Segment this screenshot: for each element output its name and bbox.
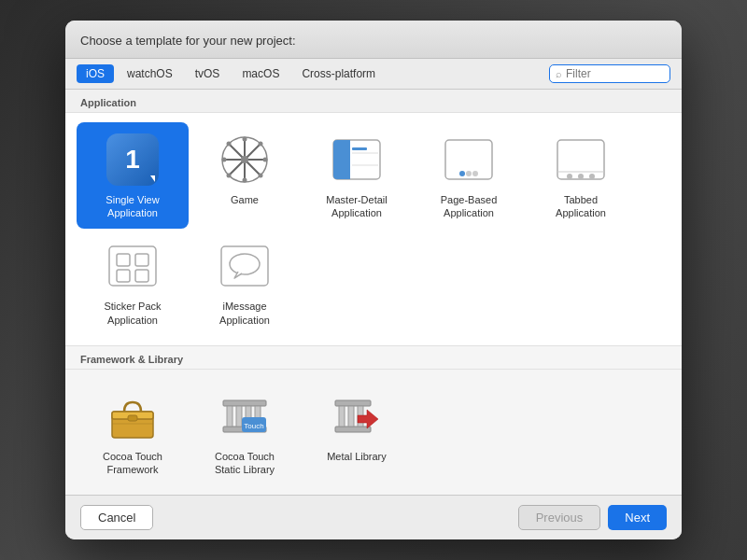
svg-point-21: [459, 171, 465, 176]
filter-box: ⌕: [549, 64, 670, 83]
framework-section-label: Framework & Library: [65, 346, 682, 370]
svg-point-10: [227, 141, 232, 146]
sticker-pack-label: Sticker PackApplication: [104, 300, 161, 327]
cancel-button[interactable]: Cancel: [80, 505, 153, 530]
svg-rect-42: [227, 406, 233, 427]
master-detail-label: Master-DetailApplication: [326, 193, 387, 220]
svg-point-9: [263, 157, 268, 161]
metal-library-icon: [329, 388, 385, 444]
svg-rect-49: [335, 400, 371, 406]
tabbed-icon: [553, 132, 609, 188]
previous-button[interactable]: Previous: [518, 505, 601, 530]
template-cocoa-touch-framework[interactable]: Cocoa TouchFramework: [77, 379, 189, 486]
game-label: Game: [231, 193, 259, 206]
svg-point-11: [259, 173, 263, 177]
cocoa-touch-static-icon: Touch: [217, 388, 273, 444]
single-view-icon: 1: [105, 132, 161, 188]
svg-rect-48: [335, 427, 371, 432]
imessage-icon: [217, 238, 273, 294]
tab-tvos[interactable]: tvOS: [186, 64, 230, 83]
template-master-detail[interactable]: Master-DetailApplication: [301, 122, 413, 230]
svg-point-7: [243, 177, 247, 182]
svg-text:Touch: Touch: [244, 422, 263, 430]
template-metal-library[interactable]: Metal Library: [301, 379, 413, 486]
svg-point-23: [472, 171, 478, 176]
template-chooser-dialog: Choose a template for your new project: …: [65, 21, 682, 540]
cocoa-touch-framework-icon: [105, 388, 161, 444]
game-icon: [217, 132, 273, 188]
platform-tab-bar: iOS watchOS tvOS macOS Cross-platform ⌕: [65, 59, 682, 90]
svg-rect-38: [128, 415, 137, 421]
sticker-pack-icon: [105, 238, 161, 294]
dialog-footer: Cancel Previous Next: [65, 495, 682, 539]
tab-macos[interactable]: macOS: [233, 64, 289, 83]
framework-template-grid: Cocoa TouchFramework Touch: [65, 370, 682, 496]
svg-point-8: [222, 157, 227, 161]
application-section-label: Application: [65, 90, 682, 113]
tab-watchos[interactable]: watchOS: [118, 64, 182, 83]
svg-point-22: [466, 171, 472, 176]
cocoa-touch-static-label: Cocoa TouchStatic Library: [215, 450, 275, 477]
footer-nav-buttons: Previous Next: [518, 505, 667, 530]
svg-point-27: [578, 174, 584, 179]
master-detail-icon: [329, 132, 385, 188]
template-cocoa-touch-static[interactable]: Touch Cocoa TouchStatic Library: [189, 379, 301, 486]
dialog-title-bar: Choose a template for your new project:: [65, 21, 682, 59]
svg-rect-50: [339, 406, 345, 427]
template-sticker-pack[interactable]: Sticker PackApplication: [77, 229, 189, 336]
tab-ios[interactable]: iOS: [77, 64, 114, 83]
template-single-view[interactable]: 1 Single ViewApplication: [77, 122, 189, 230]
svg-point-26: [567, 174, 572, 179]
svg-rect-51: [348, 406, 354, 427]
svg-rect-34: [221, 246, 268, 286]
svg-point-6: [243, 136, 247, 141]
dialog-title: Choose a template for your new project:: [80, 34, 296, 48]
cocoa-touch-framework-label: Cocoa TouchFramework: [103, 450, 162, 477]
template-imessage[interactable]: iMessageApplication: [189, 229, 301, 336]
svg-point-12: [259, 141, 263, 146]
template-game[interactable]: Game: [189, 122, 301, 230]
platform-tabs: iOS watchOS tvOS macOS Cross-platform: [77, 64, 549, 83]
svg-point-28: [589, 174, 595, 179]
template-tabbed[interactable]: TabbedApplication: [525, 122, 637, 230]
filter-input[interactable]: [566, 67, 664, 80]
svg-point-5: [241, 156, 248, 163]
svg-rect-24: [557, 140, 604, 179]
tab-crossplatform[interactable]: Cross-platform: [292, 64, 385, 83]
tabbed-label: TabbedApplication: [556, 193, 606, 220]
search-icon: ⌕: [556, 68, 562, 79]
page-based-icon: [441, 132, 497, 188]
svg-point-13: [227, 173, 232, 177]
next-button[interactable]: Next: [608, 505, 667, 530]
svg-rect-41: [223, 400, 266, 406]
svg-rect-19: [352, 147, 367, 150]
page-based-label: Page-BasedApplication: [441, 193, 498, 220]
metal-library-label: Metal Library: [327, 450, 387, 463]
svg-rect-43: [236, 406, 242, 427]
imessage-label: iMessageApplication: [219, 300, 270, 327]
single-view-label: Single ViewApplication: [106, 193, 159, 220]
svg-rect-16: [345, 140, 350, 179]
template-page-based[interactable]: Page-BasedApplication: [413, 122, 525, 230]
application-template-grid: 1 Single ViewApplication: [65, 113, 682, 345]
